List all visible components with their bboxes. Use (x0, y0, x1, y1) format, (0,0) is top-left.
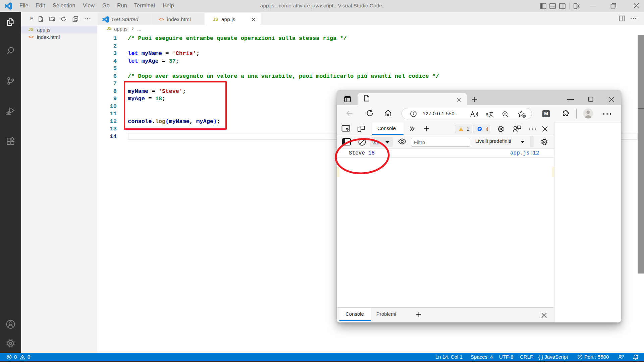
svg-text:a: a (486, 112, 489, 117)
